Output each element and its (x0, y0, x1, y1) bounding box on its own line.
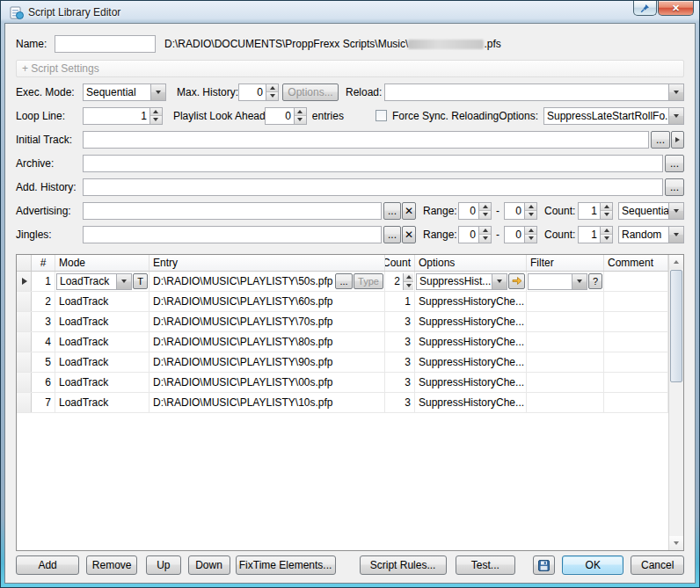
add-history-browse-button[interactable]: ... (665, 178, 684, 196)
table-row[interactable]: 7LoadTrackD:\RADIO\MUSIC\PLAYLISTY\10s.p… (17, 393, 668, 413)
spin-up-icon[interactable] (479, 227, 491, 235)
cell-ind[interactable] (17, 393, 32, 412)
header-num[interactable]: # (32, 255, 55, 271)
chevron-down-icon[interactable] (668, 203, 683, 219)
spin-down-icon[interactable] (525, 210, 536, 219)
spin-down-icon[interactable] (404, 281, 413, 290)
cell-comment[interactable] (604, 352, 668, 372)
cell-options[interactable]: SuppressHistoryChe... (415, 352, 527, 372)
cell-mode[interactable]: LoadTrack (55, 393, 149, 412)
entry-browse-button[interactable]: ... (335, 273, 353, 289)
mode-combobox[interactable]: LoadTrack (56, 273, 132, 290)
cell-ind[interactable] (17, 332, 32, 352)
table-row[interactable]: 3LoadTrackD:\RADIO\MUSIC\PLAYLISTY\70s.p… (17, 312, 668, 332)
spin-down-icon[interactable] (601, 210, 612, 219)
cell-num[interactable]: 6 (32, 373, 55, 392)
cell-mode[interactable]: LoadTrack (55, 292, 149, 311)
chevron-down-icon[interactable] (116, 274, 131, 289)
cell-num[interactable]: 5 (32, 352, 55, 372)
script-options-combobox[interactable]: SuppressLateStartRollFo... (543, 107, 684, 125)
cell-num[interactable]: 3 (32, 312, 55, 331)
jingles-count-stepper[interactable]: 1 (578, 226, 613, 243)
advertising-range-from-stepper[interactable]: 0 (458, 202, 492, 220)
advertising-browse-button[interactable]: ... (383, 202, 401, 220)
initial-track-input[interactable] (83, 131, 649, 149)
cell-count[interactable]: 3 (385, 312, 415, 331)
spin-up-icon[interactable] (295, 108, 306, 116)
spin-down-icon[interactable] (266, 91, 278, 100)
header-entry[interactable]: Entry (149, 255, 385, 271)
cell-comment[interactable] (604, 292, 668, 311)
spin-up-icon[interactable] (601, 203, 612, 211)
cell-count[interactable]: 3 (385, 332, 415, 352)
script-settings-expander[interactable]: + Script Settings (16, 60, 684, 77)
cell-comment[interactable] (604, 393, 668, 412)
cell-entry[interactable]: D:\RADIO\MUSIC\PLAYLISTY\90s.pfp (149, 352, 385, 372)
jingles-input[interactable] (83, 226, 382, 243)
remove-button[interactable]: Remove (86, 555, 137, 575)
track-type-button[interactable]: T (133, 273, 148, 289)
look-ahead-stepper[interactable]: 0 (265, 107, 307, 125)
entry-type-button[interactable]: Type (354, 273, 383, 289)
save-button[interactable] (533, 555, 555, 575)
cell-comment[interactable] (604, 373, 668, 392)
script-rules-button[interactable]: Script Rules... (360, 555, 447, 575)
cell-filter[interactable] (527, 373, 604, 392)
cell-num[interactable]: 7 (32, 393, 55, 412)
table-row[interactable]: 4LoadTrackD:\RADIO\MUSIC\PLAYLISTY\80s.p… (17, 332, 668, 352)
chevron-down-icon[interactable] (668, 108, 683, 124)
history-options-button[interactable]: Options... (282, 83, 339, 101)
apply-options-button[interactable] (508, 273, 525, 289)
spin-up-icon[interactable] (525, 227, 536, 235)
header-comment[interactable]: Comment (604, 255, 668, 271)
down-button[interactable]: Down (188, 555, 230, 575)
cell-count[interactable]: 1 (385, 292, 415, 311)
chevron-down-icon[interactable] (668, 84, 683, 100)
chevron-down-icon[interactable] (572, 274, 587, 289)
cell-entry[interactable]: D:\RADIO\MUSIC\PLAYLISTY\60s.pfp (149, 292, 385, 311)
cell-count[interactable]: 3 (385, 393, 415, 412)
cell-comment[interactable] (604, 332, 668, 352)
fixtime-elements-button[interactable]: FixTime Elements... (236, 555, 336, 575)
jingles-browse-button[interactable]: ... (383, 226, 401, 243)
cell-options[interactable]: SuppressHistoryChe... (415, 393, 527, 412)
max-history-stepper[interactable]: 0 (238, 83, 279, 101)
row-options-combobox[interactable]: SuppressHist... (416, 273, 507, 290)
cell-filter[interactable] (527, 332, 604, 352)
chevron-down-icon[interactable] (668, 227, 683, 243)
cell-ind[interactable] (17, 312, 32, 331)
spin-up-icon[interactable] (479, 203, 491, 211)
initial-track-browse-button[interactable]: ... (651, 131, 670, 149)
spin-down-icon[interactable] (479, 234, 491, 243)
chevron-down-icon[interactable] (492, 274, 507, 289)
cancel-button[interactable]: Cancel (631, 555, 684, 575)
spin-down-icon[interactable] (601, 234, 612, 243)
cell-entry[interactable]: D:\RADIO\MUSIC\PLAYLISTY\00s.pfp (149, 373, 385, 392)
jingles-range-from-stepper[interactable]: 0 (458, 226, 492, 243)
cell-entry[interactable]: D:\RADIO\MUSIC\PLAYLISTY\10s.pfp (149, 393, 385, 412)
force-sync-checkbox[interactable] (376, 110, 387, 121)
spin-up-icon[interactable] (266, 84, 278, 92)
cell-ind[interactable] (17, 352, 32, 372)
advertising-mode-combobox[interactable]: Sequential (618, 202, 684, 220)
add-button[interactable]: Add (16, 555, 79, 575)
cell-count[interactable]: 3 (385, 352, 415, 372)
name-input[interactable] (55, 35, 156, 53)
spin-down-icon[interactable] (150, 115, 162, 124)
cell-num[interactable]: 2 (32, 292, 55, 311)
cell-num[interactable]: 4 (32, 332, 55, 352)
header-filter[interactable]: Filter (527, 255, 604, 271)
cell-filter[interactable] (527, 352, 604, 372)
spin-up-icon[interactable] (525, 203, 536, 211)
spin-up-icon[interactable] (404, 273, 413, 281)
cell-filter[interactable] (527, 393, 604, 412)
cell-entry[interactable]: D:\RADIO\MUSIC\PLAYLISTY\80s.pfp (149, 332, 385, 352)
count-stepper[interactable]: 2 (386, 273, 413, 290)
cell-entry[interactable]: D:\RADIO\MUSIC\PLAYLISTY\70s.pfp (149, 312, 385, 331)
test-button[interactable]: Test... (456, 555, 515, 575)
close-button[interactable]: ✕ (658, 1, 694, 16)
scrollbar-track[interactable] (669, 269, 683, 536)
advertising-clear-button[interactable]: ✕ (402, 202, 416, 220)
spin-down-icon[interactable] (525, 234, 536, 243)
cell-options[interactable]: SuppressHistoryChe... (415, 332, 527, 352)
